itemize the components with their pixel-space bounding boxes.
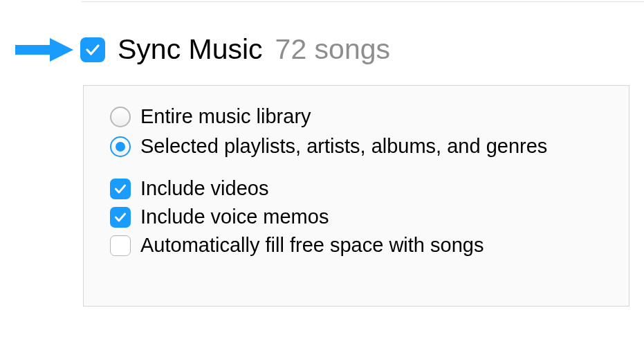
sync-music-count: 72 songs <box>275 33 390 66</box>
checkmark-icon <box>84 42 101 58</box>
entire-library-radio[interactable] <box>110 107 131 127</box>
checkmark-icon <box>113 210 127 224</box>
selected-playlists-radio[interactable] <box>110 136 131 157</box>
pointer-arrow-icon <box>15 38 73 62</box>
include-videos-checkbox[interactable] <box>110 179 131 199</box>
entire-library-label: Entire music library <box>140 105 311 128</box>
auto-fill-checkbox[interactable] <box>110 235 131 256</box>
include-voice-memos-checkbox[interactable] <box>110 207 131 228</box>
include-videos-label: Include videos <box>140 177 268 200</box>
divider <box>82 1 644 2</box>
sync-music-header: Sync Music 72 songs <box>15 33 644 66</box>
sync-options-panel: Entire music library Selected playlists,… <box>83 85 629 307</box>
radio-dot-icon <box>116 142 125 152</box>
selected-playlists-label: Selected playlists, artists, albums, and… <box>140 135 547 158</box>
include-voice-memos-label: Include voice memos <box>140 206 329 228</box>
sync-music-checkbox[interactable] <box>80 37 105 62</box>
scope-radio-group: Entire music library Selected playlists,… <box>110 105 605 158</box>
auto-fill-label: Automatically fill free space with songs <box>140 234 484 257</box>
include-checkbox-group: Include videos Include voice memos Autom… <box>110 177 605 257</box>
sync-music-title: Sync Music <box>118 33 263 66</box>
checkmark-icon <box>113 182 127 196</box>
